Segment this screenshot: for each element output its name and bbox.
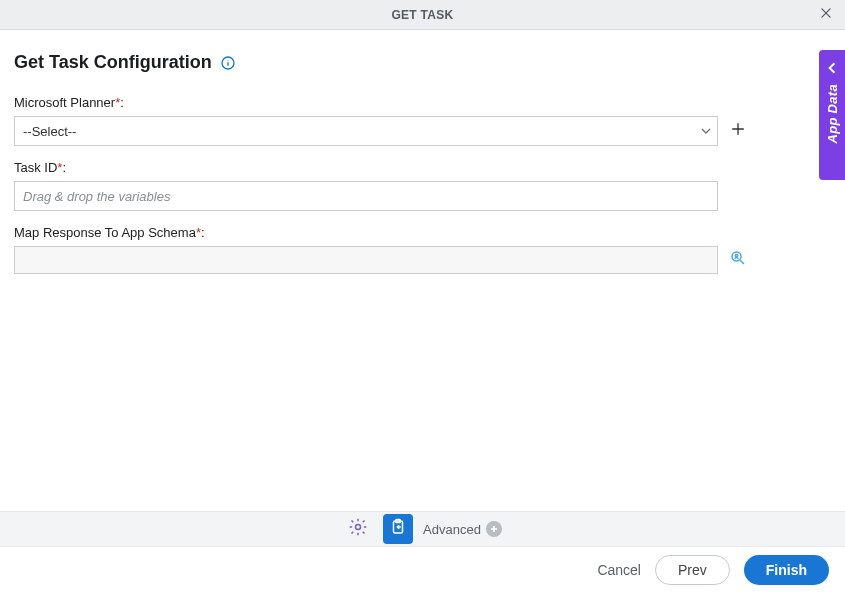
gear-icon xyxy=(348,517,368,541)
svg-line-8 xyxy=(740,260,744,264)
close-icon xyxy=(819,6,833,24)
dialog-header: GET TASK xyxy=(0,0,845,30)
schema-lookup-button[interactable] xyxy=(728,250,748,270)
prev-button[interactable]: Prev xyxy=(655,555,730,585)
plus-icon xyxy=(730,121,746,141)
paste-mapping-button[interactable] xyxy=(383,514,413,544)
cancel-button[interactable]: Cancel xyxy=(597,562,641,578)
map-response-input[interactable] xyxy=(14,246,718,274)
finish-button[interactable]: Finish xyxy=(744,555,829,585)
side-tab-label: App Data xyxy=(825,84,840,143)
clipboard-arrow-icon xyxy=(389,518,407,540)
planner-selected-value: --Select-- xyxy=(23,124,76,139)
field-task-id: Task ID*: xyxy=(14,160,829,211)
label-colon: : xyxy=(120,95,124,110)
label-text: Microsoft Planner xyxy=(14,95,115,110)
planner-row: --Select-- xyxy=(14,116,829,146)
chevron-left-icon xyxy=(826,60,838,78)
dialog-title: GET TASK xyxy=(391,8,453,22)
label-text: Task ID xyxy=(14,160,57,175)
label-colon: : xyxy=(62,160,66,175)
dialog-footer: Cancel Prev Finish xyxy=(0,547,845,593)
add-planner-button[interactable] xyxy=(728,121,748,141)
dialog-body: Get Task Configuration Microsoft Planner… xyxy=(0,30,845,274)
field-map-response: Map Response To App Schema*: xyxy=(14,225,829,274)
plus-circle-icon xyxy=(486,521,502,537)
advanced-label: Advanced xyxy=(423,522,481,537)
field-label-task-id: Task ID*: xyxy=(14,160,829,175)
page-title: Get Task Configuration xyxy=(14,52,212,73)
map-response-row xyxy=(14,246,829,274)
settings-button[interactable] xyxy=(343,514,373,544)
page-title-row: Get Task Configuration xyxy=(14,52,829,73)
label-colon: : xyxy=(201,225,205,240)
svg-point-9 xyxy=(735,255,737,257)
planner-select[interactable]: --Select-- xyxy=(14,116,718,146)
close-button[interactable] xyxy=(817,6,835,24)
svg-point-10 xyxy=(356,525,361,530)
svg-point-4 xyxy=(227,59,228,60)
info-icon[interactable] xyxy=(220,55,236,71)
field-label-map-response: Map Response To App Schema*: xyxy=(14,225,829,240)
task-id-input[interactable] xyxy=(14,181,718,211)
bottom-toolbar: Advanced xyxy=(0,511,845,547)
field-microsoft-planner: Microsoft Planner*: --Select-- xyxy=(14,95,829,146)
chevron-down-icon xyxy=(701,126,711,136)
field-label-planner: Microsoft Planner*: xyxy=(14,95,829,110)
search-user-icon xyxy=(729,249,747,271)
advanced-toggle[interactable]: Advanced xyxy=(423,521,502,537)
label-text: Map Response To App Schema xyxy=(14,225,196,240)
app-data-side-tab[interactable]: App Data xyxy=(819,50,845,180)
